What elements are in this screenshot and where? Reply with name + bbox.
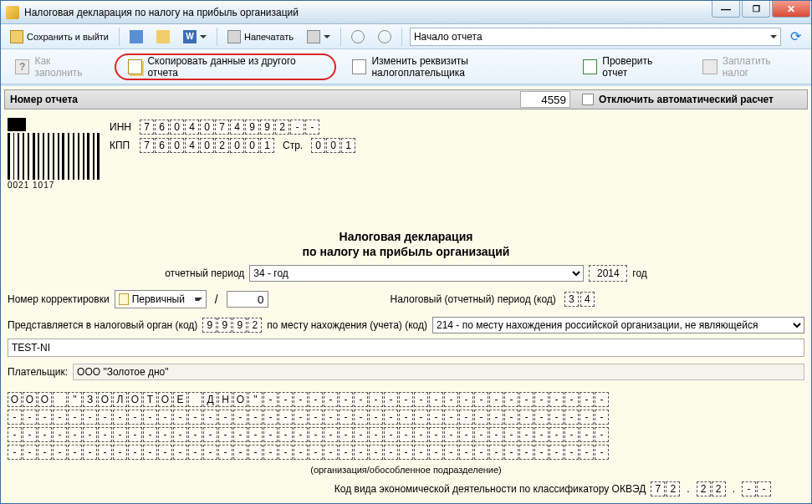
char-cell[interactable]: 0 [230,138,244,153]
char-cell[interactable]: - [324,392,338,407]
char-cell[interactable]: - [218,445,232,460]
char-cell[interactable]: - [757,481,771,496]
char-cell[interactable]: 9 [202,318,217,333]
char-cell[interactable]: Л [113,392,127,407]
char-cell[interactable]: 3 [564,292,579,307]
char-cell[interactable] [53,392,67,407]
char-cell[interactable]: - [564,410,579,425]
char-cell[interactable]: 6 [155,120,169,135]
char-cell[interactable]: - [369,392,383,407]
char-cell[interactable]: - [309,427,323,442]
char-cell[interactable]: - [459,445,473,460]
char-cell[interactable]: 2 [275,120,289,135]
char-cell[interactable]: О [158,392,172,407]
kpp-cells[interactable]: 760402001 [140,138,274,153]
char-cell[interactable]: 0 [245,138,259,153]
char-cell[interactable]: 0 [311,138,325,153]
char-cell[interactable]: О [233,392,248,407]
char-cell[interactable]: - [23,410,37,425]
inn-cells[interactable]: 7604074992-- [140,120,319,135]
char-cell[interactable]: - [474,392,488,407]
char-cell[interactable]: 4 [185,138,199,153]
correction-dropdown[interactable]: Первичный [115,290,207,308]
char-cell[interactable]: О [38,392,52,407]
char-cell[interactable]: - [294,427,308,442]
char-cell[interactable]: - [128,427,142,442]
char-cell[interactable]: - [188,410,202,425]
char-cell[interactable]: - [534,427,549,442]
char-cell[interactable]: - [354,392,368,407]
char-cell[interactable]: - [489,392,503,407]
char-cell[interactable]: 0 [200,138,214,153]
char-cell[interactable]: - [248,445,263,460]
char-cell[interactable]: - [173,410,187,425]
char-cell[interactable]: - [459,410,473,425]
char-cell[interactable]: - [354,427,368,442]
char-cell[interactable]: - [519,392,534,407]
char-cell[interactable]: - [8,445,22,460]
char-cell[interactable]: О [98,392,112,407]
zoom-out-button[interactable] [372,28,397,46]
char-cell[interactable]: - [278,410,293,425]
char-cell[interactable]: - [68,427,82,442]
char-cell[interactable]: - [489,445,503,460]
char-cell[interactable]: 2 [215,138,229,153]
char-cell[interactable]: - [98,445,112,460]
char-cell[interactable]: - [489,410,503,425]
char-cell[interactable]: - [399,445,413,460]
org-code[interactable]: 9992 [202,318,262,333]
char-cell[interactable]: - [263,445,278,460]
char-cell[interactable]: 0 [170,138,184,153]
char-cell[interactable]: - [218,427,232,442]
char-cell[interactable]: - [290,120,304,135]
char-cell[interactable]: - [233,427,248,442]
char-cell[interactable]: 7 [651,481,665,496]
char-cell[interactable]: " [248,392,263,407]
char-cell[interactable]: Т [143,392,157,407]
char-cell[interactable]: 2 [712,481,726,496]
correction-num-input[interactable] [227,291,268,308]
char-cell[interactable]: - [83,445,97,460]
char-cell[interactable]: - [324,427,338,442]
okved-b[interactable]: 22 [697,481,726,496]
char-cell[interactable]: - [128,410,142,425]
char-cell[interactable]: - [354,445,368,460]
char-cell[interactable]: - [504,445,518,460]
char-cell[interactable]: - [459,392,473,407]
char-cell[interactable]: - [504,410,518,425]
open-button[interactable] [151,28,176,46]
okved-a[interactable]: 72 [651,481,680,496]
char-cell[interactable]: - [188,445,202,460]
char-cell[interactable]: 4 [185,120,199,135]
char-cell[interactable]: - [564,445,579,460]
char-cell[interactable]: 1 [260,138,274,153]
char-cell[interactable]: - [8,410,22,425]
place-select[interactable]: 214 - по месту нахождения российской орг… [432,317,804,333]
char-cell[interactable]: - [429,410,443,425]
org-name-grid[interactable]: ООО"ЗОЛОТОЕДНО"----------------------- -… [8,392,804,460]
char-cell[interactable]: - [580,445,594,460]
char-cell[interactable]: - [354,410,368,425]
char-cell[interactable]: - [595,427,609,442]
zoom-in-button[interactable] [345,28,370,46]
char-cell[interactable]: - [305,120,319,135]
char-cell[interactable]: - [595,410,609,425]
char-cell[interactable]: 0 [170,120,184,135]
char-cell[interactable]: - [474,410,488,425]
char-cell[interactable]: Д [203,392,217,407]
char-cell[interactable]: - [143,410,157,425]
char-cell[interactable]: - [263,392,278,407]
char-cell[interactable]: Н [218,392,232,407]
print-button[interactable]: Напечатать [222,28,299,46]
char-cell[interactable]: 2 [248,318,262,333]
char-cell[interactable]: - [580,392,594,407]
char-cell[interactable]: - [399,410,413,425]
report-number-input[interactable] [520,91,570,108]
char-cell[interactable]: 7 [140,120,154,135]
char-cell[interactable]: - [489,427,503,442]
char-cell[interactable] [188,392,202,407]
disable-auto-calc-checkbox[interactable] [582,94,594,105]
char-cell[interactable]: - [534,410,549,425]
char-cell[interactable]: - [369,445,383,460]
char-cell[interactable]: - [414,427,428,442]
